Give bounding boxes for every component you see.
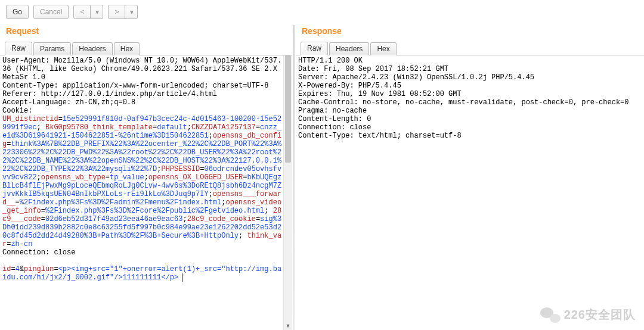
request-tabs: Raw Params Headers Hex — [0, 41, 292, 55]
tab-params[interactable]: Params — [33, 42, 71, 55]
tab-hex[interactable]: Hex — [370, 42, 396, 55]
go-button[interactable]: Go — [6, 5, 29, 19]
caret-down-icon: ▾ — [130, 8, 134, 16]
caret-down-icon: ▾ — [95, 8, 99, 16]
request-panel: Request Raw Params Headers Hex User-Agen… — [0, 25, 292, 330]
request-raw-editor[interactable]: User-Agent: Mozilla/5.0 (Windows NT 10.0… — [0, 55, 292, 330]
next-dropdown[interactable]: ▾ — [125, 5, 138, 19]
request-content-wrap: User-Agent: Mozilla/5.0 (Windows NT 10.0… — [0, 55, 292, 330]
tab-hex[interactable]: Hex — [114, 42, 140, 55]
scroll-down-icon[interactable]: ▼ — [284, 322, 292, 330]
prev-dropdown[interactable]: ▾ — [91, 5, 103, 19]
response-panel: Response Raw Headers Hex HTTP/1.1 200 OK… — [296, 25, 644, 330]
toolbar: Go Cancel < ▾ > ▾ — [0, 0, 644, 24]
response-raw-viewer[interactable]: HTTP/1.1 200 OK Date: Fri, 08 Sep 2017 1… — [296, 55, 644, 330]
response-tabs: Raw Headers Hex — [296, 41, 644, 55]
response-title: Response — [296, 25, 644, 41]
tab-headers[interactable]: Headers — [72, 42, 112, 55]
next-button[interactable]: > — [108, 5, 125, 19]
request-title: Request — [0, 25, 292, 41]
scroll-thumb[interactable] — [285, 55, 291, 163]
cancel-button[interactable]: Cancel — [33, 5, 69, 19]
prev-button-group: < ▾ — [73, 5, 103, 19]
tab-headers[interactable]: Headers — [329, 42, 369, 55]
response-content-wrap: HTTP/1.1 200 OK Date: Fri, 08 Sep 2017 1… — [296, 55, 644, 330]
next-button-group: > ▾ — [108, 5, 138, 19]
tab-raw[interactable]: Raw — [301, 42, 328, 55]
prev-button[interactable]: < — [73, 5, 91, 19]
request-scrollbar[interactable]: ▼ — [283, 55, 292, 330]
panels: Request Raw Params Headers Hex User-Agen… — [0, 25, 644, 330]
tab-raw[interactable]: Raw — [5, 42, 32, 55]
